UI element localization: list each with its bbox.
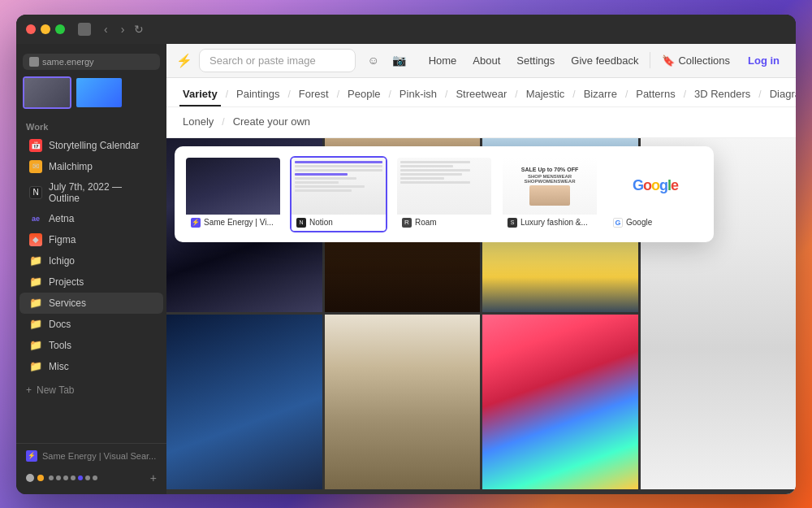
grid-cell-6[interactable] [325,315,481,489]
sidebar-item-label: Mailchimp [49,161,93,172]
tab-bizarre[interactable]: Bizarre [581,83,620,106]
tab-title-roam: Roam [415,218,437,227]
sidebar-item-misc[interactable]: 📁 Misc [19,356,163,377]
sidebar-item-mailchimp[interactable]: ✉ Mailchimp [19,156,163,177]
roam-line [400,165,453,167]
collections-button[interactable]: 🔖 Collections [657,51,735,70]
tab-group-icon [78,23,91,36]
tab-label-same-energy: ⚡ Same Energy | Vi... [186,215,280,231]
new-tab-label: New Tab [37,384,74,396]
tab-forest[interactable]: Forest [296,83,332,106]
bookmark-icon: 🔖 [662,54,675,67]
tab-people[interactable]: People [344,83,383,106]
tab-card-google[interactable]: Google G Google [607,156,704,232]
sidebar-url-bar[interactable]: same.energy [23,54,160,70]
sidebar-url-text: same.energy [42,57,94,67]
tab-card-roam[interactable]: R Roam [395,156,493,232]
sidebar-bottom-tab[interactable]: ⚡ Same Energy | Visual Sear... [16,443,166,468]
sidebar-item-outline[interactable]: N July 7th, 2022 — Outline [19,177,163,208]
camera-button[interactable]: 📷 [388,49,411,72]
tab-card-luxury[interactable]: SALE Up to 70% OFF SHOP MENSWEAR SHOPWOM… [501,156,598,232]
sidebar-item-label: Docs [49,319,71,330]
sidebar-item-figma[interactable]: ◆ Figma [19,229,163,250]
add-indicator-button[interactable]: + [150,471,157,484]
notion-line [295,185,365,188]
feedback-link[interactable]: Give feedback [566,51,643,70]
tab-streetwear[interactable]: Streetwear [452,83,510,106]
login-button[interactable]: Log in [741,51,786,70]
browser-window: ‹ › ↻ same.energy Work 📅 Storytelling Ca [16,15,796,494]
sidebar-item-ichigo[interactable]: 📁 Ichigo [19,250,163,271]
tab-thumbnail-google: Google [608,158,702,215]
indicator-dot [49,475,54,480]
tab-majestic[interactable]: Majestic [523,83,568,106]
tab-3d-renders[interactable]: 3D Renders [691,83,754,106]
sidebar-item-label: Aetna [49,213,74,224]
notion-favicon: N [296,218,306,228]
notion-line [295,189,352,192]
search-bar[interactable]: Search or paste image [199,49,356,72]
sidebar-tab-1[interactable] [23,76,71,109]
sidebar-item-label: Ichigo [49,255,75,267]
tab-variety[interactable]: Variety [179,83,221,106]
luxury-content: SALE Up to 70% OFF SHOP MENSWEAR SHOPWOM… [506,166,594,205]
tab-card-notion[interactable]: N Notion [290,156,387,232]
tab-diagrams[interactable]: Diagrams [767,83,796,106]
sidebar-item-aetna[interactable]: ae Aetna [19,208,163,229]
grid-cell-7[interactable] [482,315,638,489]
folder-icon: 📁 [29,339,42,352]
dot-star-icon [37,475,44,481]
g-red2: e [671,177,678,193]
sidebar-item-projects[interactable]: 📁 Projects [19,271,163,293]
sidebar-item-storytelling[interactable]: 📅 Storytelling Calendar [19,135,163,156]
folder-icon: 📁 [29,360,42,373]
aetna-icon: ae [29,212,42,225]
category-tabs-row2: Lonely / Create your own [166,107,796,138]
new-tab-button[interactable]: + New Tab [16,380,166,400]
tab-pinkish[interactable]: Pink-ish [396,83,440,106]
grid-cell-4[interactable] [166,315,322,489]
home-link[interactable]: Home [424,51,462,70]
sidebar-item-label: Storytelling Calendar [49,140,139,151]
sidebar-section-label: Work [16,119,166,135]
back-button[interactable]: ‹ [101,21,111,37]
luxury-subtext: SHOP MENSWEAR SHOPWOMENSWEAR [506,174,594,184]
roam-line [400,173,462,176]
close-button[interactable] [26,24,36,34]
sidebar-tab-2[interactable] [75,76,123,109]
sidebar-item-services[interactable]: 📁 Services [19,293,163,314]
roam-line [400,181,470,184]
minimize-button[interactable] [41,24,50,34]
sidebar-item-tools[interactable]: 📁 Tools [19,335,163,356]
settings-link[interactable]: Settings [512,51,559,70]
tab-lonely[interactable]: Lonely [179,111,217,134]
grid-cell-8[interactable] [166,492,322,494]
roam-line [400,177,444,180]
maximize-button[interactable] [55,24,65,34]
sidebar-item-label: Figma [49,234,76,245]
folder-icon: 📁 [29,276,42,289]
tab-label-roam: R Roam [397,215,491,231]
tab-paintings[interactable]: Paintings [233,83,283,106]
tab-title-luxury: Luxury fashion &... [520,218,588,227]
new-tab-plus: + [26,384,32,396]
folder-icon: 📁 [29,318,42,331]
tab-switcher: ⚡ Same Energy | Vi... [175,146,714,242]
sidebar-item-docs[interactable]: 📁 Docs [19,314,163,335]
refresh-button[interactable]: ↻ [134,23,144,36]
toolbar-icons: ☺ 📷 [362,49,411,72]
tab-patterns[interactable]: Patterns [633,83,678,106]
emoji-button[interactable]: ☺ [362,49,385,72]
g-yellow: o [651,177,659,193]
indicator-dot-active [78,475,83,480]
notion-line [295,161,382,163]
tab-card-same-energy[interactable]: ⚡ Same Energy | Vi... [184,156,282,232]
notion-line [295,165,382,167]
category-tabs-row1: Variety / Paintings / Forest / People / … [166,78,796,107]
forward-button[interactable]: › [118,21,128,37]
tab-create-your-own[interactable]: Create your own [230,111,313,134]
g-red: o [643,177,651,193]
tab-thumbnail-roam [397,158,491,215]
about-link[interactable]: About [468,51,505,70]
tab-label-notion: N Notion [292,215,386,231]
